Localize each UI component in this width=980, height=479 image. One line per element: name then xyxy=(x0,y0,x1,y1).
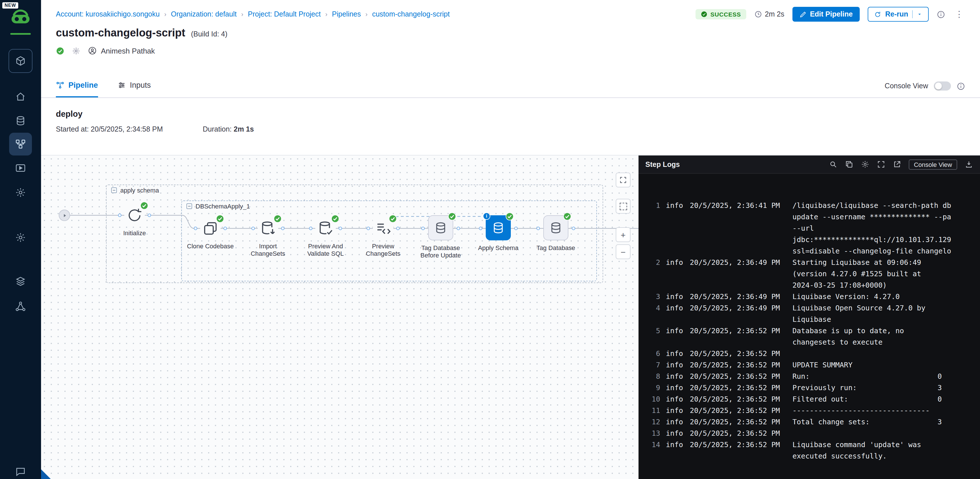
page-header: Account: kurosakiichigo.songoku›Organiza… xyxy=(41,0,980,72)
step-label: Preview And Validate SQL xyxy=(299,243,352,257)
log-entry: 9info20/5/2025, 2:36:52 PMPreviously run… xyxy=(645,382,971,393)
pipeline-canvas[interactable]: − apply schema − DBSchemaApply_1 Initial… xyxy=(41,155,638,479)
connector-dot xyxy=(572,227,575,230)
breadcrumb-link[interactable]: Account: kurosakiichigo.songoku xyxy=(56,10,160,18)
account-settings-icon[interactable] xyxy=(9,226,32,249)
copy-icon[interactable] xyxy=(845,160,853,168)
executions-icon[interactable] xyxy=(9,157,32,179)
group-label: apply schema xyxy=(120,187,159,194)
console-view-button[interactable]: Console View xyxy=(909,159,957,170)
log-message xyxy=(792,428,971,439)
log-timestamp: 20/5/2025, 2:36:49 PM xyxy=(690,257,787,291)
play-icon xyxy=(62,213,67,218)
pipeline-node-apply-schema[interactable]: iApply Schema xyxy=(472,215,525,252)
download-icon[interactable] xyxy=(965,160,973,168)
collapse-icon[interactable]: − xyxy=(186,203,192,209)
log-timestamp: 20/5/2025, 2:36:52 PM xyxy=(690,405,787,416)
connector-dot xyxy=(367,227,370,230)
pipeline-node-tag-database[interactable]: Tag Database xyxy=(530,215,582,252)
fullscreen-button[interactable] xyxy=(616,173,630,187)
app: NEW Account: kurosakiichigo.songoku›Orga… xyxy=(0,0,980,479)
step-icon-box: i xyxy=(486,215,511,240)
open-external-icon[interactable] xyxy=(893,160,901,168)
log-settings-icon[interactable] xyxy=(861,160,869,168)
more-options-icon[interactable]: ⋮ xyxy=(953,9,965,19)
pipeline-node-clone-codebase[interactable]: Clone Codebase xyxy=(184,218,237,250)
pipeline-start-node[interactable] xyxy=(59,209,70,221)
log-message: Database is up to date, nochangesets to … xyxy=(792,325,971,348)
log-line-number: 4 xyxy=(645,303,660,325)
pipeline-node-import-changesets[interactable]: Import ChangeSets xyxy=(242,218,294,257)
breadcrumb-link[interactable]: custom-changelog-script xyxy=(372,10,450,18)
breadcrumb-link[interactable]: Project: Default Project xyxy=(248,10,321,18)
collapse-icon[interactable]: − xyxy=(111,187,117,193)
log-line-number: 8 xyxy=(645,371,660,382)
breadcrumb-separator: › xyxy=(241,11,243,17)
product-logo-icon[interactable] xyxy=(10,8,31,29)
tab-inputs[interactable]: Inputs xyxy=(118,81,151,97)
log-entry: 8info20/5/2025, 2:36:52 PMRun:0 xyxy=(645,371,971,382)
chevron-down-icon xyxy=(917,11,923,17)
pipeline-node-tag-database-before-update[interactable]: Tag Database Before Update xyxy=(414,215,467,259)
log-message: Starting Liquibase at 09:06:49(version 4… xyxy=(792,257,971,291)
log-level: info xyxy=(666,382,684,393)
pipelines-icon[interactable] xyxy=(9,133,32,155)
connector-dot xyxy=(421,227,425,230)
connector-dot xyxy=(148,214,151,217)
step-icon-box xyxy=(315,218,336,239)
sidebar: NEW xyxy=(0,0,41,479)
connector-dot xyxy=(514,227,518,230)
info-icon[interactable] xyxy=(937,10,945,19)
log-entry: 10info20/5/2025, 2:36:52 PMFiltered out:… xyxy=(645,393,971,405)
pipeline-node-preview-and-validate-sql[interactable]: Preview And Validate SQL xyxy=(299,218,352,257)
log-timestamp: 20/5/2025, 2:36:49 PM xyxy=(690,291,787,303)
pipeline-node-initialize[interactable]: Initialize xyxy=(108,205,161,237)
step-label: Preview ChangeSets xyxy=(357,243,409,257)
log-line-number: 10 xyxy=(645,393,660,405)
tab-pipeline[interactable]: Pipeline xyxy=(56,81,98,97)
templates-icon[interactable] xyxy=(9,270,32,293)
fullscreen-icon xyxy=(619,176,627,184)
pipeline-success-icon xyxy=(56,46,64,55)
modules-icon[interactable] xyxy=(8,49,32,73)
pipeline-node-preview-changesets[interactable]: Preview ChangeSets xyxy=(357,218,409,257)
zoom-out-button[interactable]: − xyxy=(616,244,630,259)
console-view-toggle[interactable] xyxy=(934,81,951,90)
home-icon[interactable] xyxy=(9,86,32,108)
zoom-in-button[interactable]: + xyxy=(616,227,630,242)
gear-icon[interactable] xyxy=(72,46,80,55)
rerun-button[interactable]: Re-run xyxy=(867,7,929,22)
breadcrumb-link[interactable]: Pipelines xyxy=(332,10,361,18)
breadcrumb-link[interactable]: Organization: default xyxy=(171,10,237,18)
canvas-corner-handle[interactable] xyxy=(41,469,51,479)
log-level: info xyxy=(666,303,684,325)
log-level: info xyxy=(666,416,684,428)
settings-icon[interactable] xyxy=(9,181,32,204)
marquee-select-button[interactable] xyxy=(616,199,630,214)
edit-pipeline-button[interactable]: Edit Pipeline xyxy=(792,7,859,22)
connectors-icon[interactable] xyxy=(9,295,32,318)
status-badge: SUCCESS xyxy=(695,9,746,19)
services-icon[interactable] xyxy=(9,109,32,132)
minus-icon: − xyxy=(620,247,626,257)
log-line-number: 3 xyxy=(645,291,660,303)
connector-dot xyxy=(536,227,540,230)
log-lines[interactable]: 1info20/5/2025, 2:36:41 PM/liquibase/liq… xyxy=(638,174,980,479)
log-timestamp: 20/5/2025, 2:36:52 PM xyxy=(690,325,787,348)
step-info-icon[interactable]: i xyxy=(483,213,490,220)
step-logs-panel: Step Logs Console View 1info20/5/2025, 2… xyxy=(638,155,980,479)
step-label: Import ChangeSets xyxy=(242,243,294,257)
connector-dot xyxy=(251,227,255,230)
search-icon[interactable] xyxy=(829,160,837,168)
step-label: Tag Database xyxy=(536,244,575,252)
chat-icon[interactable] xyxy=(9,460,32,479)
rerun-divider xyxy=(912,10,913,18)
console-view-info-icon[interactable] xyxy=(957,82,965,90)
expand-logs-icon[interactable] xyxy=(877,160,885,168)
log-level: info xyxy=(666,325,684,348)
log-entry: 4info20/5/2025, 2:36:49 PMLiquibase Open… xyxy=(645,303,971,325)
step-icon-box xyxy=(543,215,568,240)
pipeline-icon xyxy=(56,81,64,89)
log-level: info xyxy=(666,371,684,382)
log-level: info xyxy=(666,428,684,439)
